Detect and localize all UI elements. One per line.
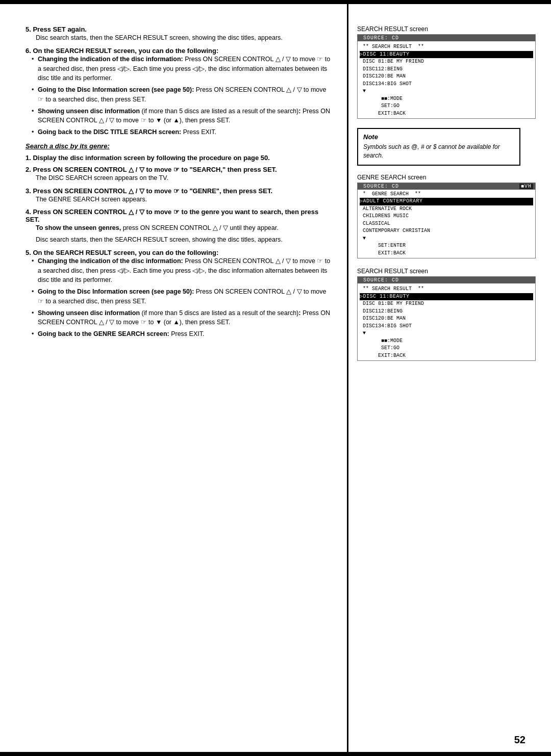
genre-step5-bullet2: Going to the Disc Information screen (se…: [32, 287, 332, 306]
genre-step4-text2: Disc search starts, then the SEARCH RESU…: [36, 235, 332, 245]
search-result-screen1-label: SEARCH RESULT screen: [357, 25, 536, 33]
genre-step5-bullets: Changing the indication of the disc info…: [26, 256, 332, 339]
genre-step5: 5. On the SEARCH RESULT screen, you can …: [26, 249, 332, 339]
gs-line6: CONTEMPORARY CHRISTIAN: [360, 227, 533, 235]
genre-step1: 1. Display the disc information screen b…: [26, 154, 332, 162]
genre-search-titlebar-right: ■VH: [519, 184, 533, 189]
note-text: Symbols such as @, # or $ cannot be avai…: [363, 143, 514, 161]
sr2-line8: ■■:MODE: [360, 337, 533, 345]
step5-heading: 5. Press SET again.: [26, 25, 332, 33]
genre-search-body: * GENRE SEARCH ** ▷ADULT CONTEMPORARY AL…: [358, 190, 535, 258]
gs-line5: CLASSICAL: [360, 220, 533, 228]
sr1-line4: DISC112:BEING: [360, 66, 533, 73]
sr2-line9: SET:GO: [360, 345, 533, 352]
top-bar: [0, 0, 551, 4]
genre-step3: 3. Press ON SCREEN CONTROL △ / ▽ to move…: [26, 187, 332, 204]
genre-heading: Search a disc by its genre:: [26, 142, 332, 150]
genre-step4-heading: 4. Press ON SCREEN CONTROL △ / ▽ to move…: [26, 208, 332, 223]
search-result-screen2-wrapper: SOURCE: CD ** SEARCH RESULT ** ▷DISC 11:…: [357, 276, 536, 361]
genre-search-screen-section: GENRE SEARCH screen SOURCE: CD ■VH * GEN…: [357, 174, 536, 259]
gs-line7: ▼: [360, 235, 533, 243]
genre-step3-text: The GENRE SEARCH screen appears.: [36, 195, 332, 204]
search-result-screen1-wrapper: SOURCE: CD ** SEARCH RESULT ** ▷DISC 11:…: [357, 34, 536, 119]
step6-bullet2: Going to the Disc Information screen (se…: [32, 85, 332, 105]
genre-step3-heading: 3. Press ON SCREEN CONTROL △ / ▽ to move…: [26, 187, 332, 195]
sr1-line10: EXIT:BACK: [360, 110, 533, 118]
gs-line2: ▷ADULT CONTEMPORARY: [360, 198, 533, 205]
bottom-bar: [0, 752, 551, 756]
genre-step2: 2. Press ON SCREEN CONTROL △ / ▽ to move…: [26, 166, 332, 183]
sr1-line5: DISC120:BE MAN: [360, 73, 533, 81]
search-result-screen1-body: ** SEARCH RESULT ** ▷DISC 11:BEAUTY DISC…: [358, 42, 535, 118]
sr2-line2: ▷DISC 11:BEAUTY: [360, 293, 533, 301]
search-result-screen2-section: SEARCH RESULT screen SOURCE: CD ** SEARC…: [357, 268, 536, 361]
search-result-screen1-section: SEARCH RESULT screen SOURCE: CD ** SEARC…: [357, 25, 536, 119]
sr1-line1: ** SEARCH RESULT **: [360, 43, 533, 51]
search-result-screen2-label: SEARCH RESULT screen: [357, 268, 536, 275]
genre-search-screen-label: GENRE SEARCH screen: [357, 174, 536, 181]
sr2-line1: ** SEARCH RESULT **: [360, 285, 533, 293]
gs-line4: CHILDRENS MUSIC: [360, 213, 533, 220]
genre-step5-bullet3: Showing unseen disc information (if more…: [32, 308, 332, 328]
search-result-screen2-titlebar: SOURCE: CD: [358, 277, 535, 283]
left-column: 5. Press SET again. Disc search starts, …: [26, 25, 332, 343]
step6-bullet1: Changing the indication of the disc info…: [32, 55, 332, 83]
sr2-line10: EXIT:BACK: [360, 352, 533, 360]
sr1-line6: DISC134:BIG SHOT: [360, 81, 533, 88]
step5: 5. Press SET again. Disc search starts, …: [26, 25, 332, 43]
sr1-line2: ▷DISC 11:BEAUTY: [360, 51, 533, 59]
gs-line8: SET:ENTER: [360, 242, 533, 250]
sr1-line8: ■■:MODE: [360, 95, 533, 103]
genre-step4: 4. Press ON SCREEN CONTROL △ / ▽ to move…: [26, 208, 332, 245]
genre-step5-heading: 5. On the SEARCH RESULT screen, you can …: [26, 249, 332, 256]
step6-bullet4: Going back to the DISC TITLE SEARCH scre…: [32, 127, 332, 137]
genre-step2-text: The DISC SEARCH screen appears on the TV…: [36, 173, 332, 183]
genre-heading-text: Search a disc by its genre:: [26, 142, 110, 150]
step6-bullets: Changing the indication of the disc info…: [26, 55, 332, 137]
genre-step5-bullet1: Changing the indication of the disc info…: [32, 256, 332, 285]
sr2-line5: DISC120:BE MAN: [360, 315, 533, 323]
sr2-line4: DISC112:BEING: [360, 308, 533, 316]
genre-search-titlebar: SOURCE: CD ■VH: [358, 183, 535, 190]
sr1-line9: SET:GO: [360, 102, 533, 110]
gs-line9: EXIT:BACK: [360, 250, 533, 257]
right-column: SEARCH RESULT screen SOURCE: CD ** SEARC…: [357, 25, 536, 370]
step6-heading: 6. On the SEARCH RESULT screen, you can …: [26, 47, 332, 55]
genre-step2-heading: 2. Press ON SCREEN CONTROL △ / ▽ to move…: [26, 166, 332, 173]
sr2-line3: DISC 81:BE MY FRIEND: [360, 300, 533, 308]
page-number: 52: [514, 734, 525, 746]
search-result-screen1-titlebar: SOURCE: CD: [358, 35, 535, 41]
gs-line1: * GENRE SEARCH **: [360, 191, 533, 198]
vertical-divider: [347, 4, 348, 752]
sr2-line6: DISC134:BIG SHOT: [360, 323, 533, 330]
note-title: Note: [363, 133, 514, 141]
sr1-line7: ▼: [360, 88, 533, 95]
sr2-line7: ▼: [360, 330, 533, 337]
page-container: 5. Press SET again. Disc search starts, …: [0, 0, 551, 756]
genre-search-titlebar-left: SOURCE: CD: [360, 184, 399, 189]
step6-bullet3: Showing unseen disc information (if more…: [32, 107, 332, 126]
genre-search-screen-wrapper: SOURCE: CD ■VH * GENRE SEARCH ** ▷ADULT …: [357, 183, 536, 259]
step6: 6. On the SEARCH RESULT screen, you can …: [26, 47, 332, 137]
note-box: Note Symbols such as @, # or $ cannot be…: [357, 128, 520, 166]
sr1-line3: DISC 81:BE MY FRIEND: [360, 58, 533, 66]
genre-step4-text1: To show the unseen genres, press ON SCRE…: [36, 223, 332, 233]
genre-step5-bullet4: Going back to the GENRE SEARCH screen: P…: [32, 329, 332, 339]
genre-step1-heading: 1. Display the disc information screen b…: [26, 154, 332, 162]
step5-text: Disc search starts, then the SEARCH RESU…: [36, 33, 332, 43]
search-result-screen2-body: ** SEARCH RESULT ** ▷DISC 11:BEAUTY DISC…: [358, 284, 535, 360]
gs-line3: ALTERNATIVE ROCK: [360, 205, 533, 213]
